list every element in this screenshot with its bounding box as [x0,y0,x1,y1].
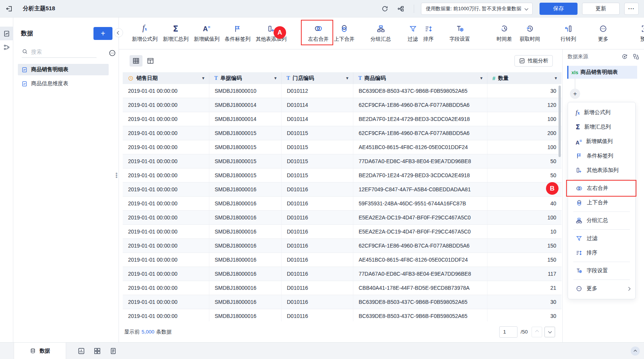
table-scrollbar-thumb[interactable] [559,86,561,157]
sigma-icon: Σ [576,124,580,130]
row-limit-prefix: 显示前 [124,329,140,335]
toolbar-add-assign-column[interactable]: A= 新增赋值列 [191,24,222,43]
page-number-input[interactable] [499,326,517,338]
update-source-icon[interactable] [621,53,628,60]
column-menu-caret[interactable]: ▼ [274,76,277,80]
toolbar-add-column-from-table[interactable]: 其他表添加列 [253,24,289,43]
menu-more[interactable]: 更多 [568,281,635,296]
table-cell: 100 [487,112,562,126]
column-menu-caret[interactable]: ▼ [479,76,483,80]
add-step-button[interactable]: + [570,89,580,99]
toolbar-merge-top-bottom[interactable]: 上下合并 [331,24,357,43]
view-layout-button[interactable] [144,55,157,67]
exit-icon[interactable] [5,5,13,13]
table-cell: 100 [487,211,562,224]
toolbar-condition-tag-column[interactable]: 条件标签列 [222,24,253,43]
relation-flow-icon[interactable] [397,5,405,13]
toolbar-preview[interactable]: 预览 [638,24,644,43]
dataset-item-sales-detail[interactable]: 商品销售明细表 [18,64,109,75]
toolbar-more[interactable]: 更多 [595,24,611,43]
search-icon [22,48,28,55]
table-cell: 30 [487,84,562,98]
sort-icon [576,249,582,256]
menu-add-column-from-table[interactable]: 其他表添加列 [568,163,635,178]
column-menu-caret[interactable]: ▼ [201,76,205,80]
table-row: 2019-01-01 00:00:00SMDBJ18000016D0101161… [123,183,562,197]
table-cell: D010112 [282,84,353,98]
table-cell: 2019-01-01 00:00:00 [123,253,209,267]
toolbar-group-aggregate[interactable]: 分组汇总 [368,24,394,43]
xls-badge: xls [571,70,578,75]
node-connector [575,79,575,89]
table-area: 性能分析 销售日期▼ T 单据编码▼ T [119,49,562,342]
search-more-icon[interactable] [108,49,116,57]
toolbar-time-diff[interactable]: 时间差 [494,24,515,43]
menu-merge-top-bottom[interactable]: 上下合并 [568,195,635,210]
collapse-panel-button[interactable] [631,346,640,356]
menu-add-assign-column[interactable]: A= 新增赋值列 [568,134,635,149]
table-cell: SMDBJ18000016 [209,225,282,238]
column-header-order-code[interactable]: T 单据编码▼ [209,72,282,84]
toolbar-sort[interactable]: 排序 [421,24,436,43]
toolbar-filter[interactable]: 过滤 [405,24,421,43]
table-cell: SMDBJ18000014 [209,112,282,126]
table-row: 2019-01-01 00:00:00SMDBJ18000016D010116C… [123,281,562,295]
document-icon[interactable] [109,347,117,355]
column-header-quantity[interactable]: # 数量▼ [487,72,562,84]
performance-analysis-button[interactable]: 性能分析 [514,55,553,67]
toolbar-add-formula-column[interactable]: fx 新增公式列 [129,24,160,43]
table-cell: 117 [487,267,562,281]
table-cell: SMDBJ18000014 [209,98,282,112]
table-cell: D010116 [282,211,353,224]
filter-icon [576,235,582,242]
bottom-tab-bar: 数据 [0,342,644,359]
rail-etl-flow-button[interactable] [0,40,13,54]
rail-dataset-edit-button[interactable] [0,27,13,40]
table-cell: D010116 [282,295,353,309]
bar-chart-icon[interactable] [78,347,85,355]
save-button[interactable]: 保存 [540,3,578,15]
refresh-icon[interactable] [381,5,389,13]
menu-filter[interactable]: 过滤 [568,231,635,246]
toolbar-collapse-button[interactable] [114,28,123,37]
swap-source-icon[interactable] [633,53,639,60]
menu-add-aggregate-column[interactable]: Σ 新增汇总列 [568,120,635,134]
toolbar-field-settings[interactable]: 字段设置 [447,24,473,43]
column-header-store-code[interactable]: T 门店编码▼ [282,72,353,84]
sidebar-resize-handle[interactable]: ••• [116,172,117,178]
toolbar-get-time[interactable]: 获取时间 [517,24,543,43]
table-cell: 21 [487,281,562,295]
menu-merge-left-right[interactable]: B 左右合并 [568,181,635,195]
page-next-button[interactable] [544,327,555,337]
table-cell: SMDBJ18000016 [209,197,282,210]
column-header-sale-date[interactable]: 销售日期▼ [123,72,209,84]
update-button[interactable]: 更新 [582,3,620,15]
column-menu-caret[interactable]: ▼ [345,76,349,80]
tab-data[interactable]: 数据 [14,343,66,359]
search-input[interactable] [31,49,88,55]
menu-group-aggregate[interactable]: 分组汇总 [568,213,635,228]
toolbar-add-aggregate-column[interactable]: Σ 新增汇总列 [160,24,191,43]
add-dataset-button[interactable]: + [93,27,112,40]
menu-condition-tag-column[interactable]: 条件标签列 [568,149,635,163]
toolbar-merge-left-right[interactable]: A 左右合并 [305,24,331,43]
page-title: 分析主题518 [23,5,55,12]
column-menu-caret[interactable]: ▼ [554,76,558,80]
data-usage-dropdown[interactable]: 使用数据量: 前1000万行, 暂不支持全量数据 [421,3,533,15]
etl-flow-icon [3,44,10,51]
view-grid-button[interactable] [130,55,142,67]
column-header-product-code[interactable]: T 商品编码▼ [353,72,487,84]
dashboard-grid-icon[interactable] [93,347,101,355]
table-cell: 150 [487,239,562,253]
menu-add-formula-column[interactable]: fx 新增公式列 [568,105,635,120]
dataset-item-product-dim[interactable]: 商品信息维度表 [18,78,109,89]
page-prev-button[interactable] [532,327,542,337]
tab-data-label: 数据 [40,348,50,354]
toolbar-row-to-column[interactable]: 行转列 [558,24,579,43]
source-node-sales-detail[interactable]: xls 商品销售明细表 [567,66,637,79]
menu-sort[interactable]: 排序 [568,246,635,260]
table-cell: 120 [487,98,562,112]
menu-field-settings[interactable]: 字段设置 [568,264,635,278]
performance-chart-icon [519,58,525,64]
more-actions-button[interactable]: ··· [624,3,639,15]
